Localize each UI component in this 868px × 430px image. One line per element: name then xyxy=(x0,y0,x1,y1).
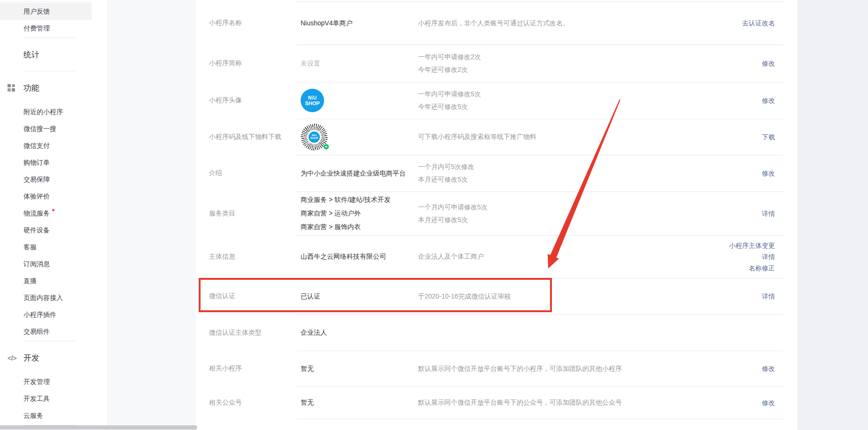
sidebar-item-label: 购物订单 xyxy=(23,159,50,166)
sidebar-item-订阅消息[interactable]: 订阅消息 xyxy=(0,255,92,272)
table-row-小程序头像: 小程序头像NiUSHOP一年内可申请修改5次今年还可修改5次修改 xyxy=(196,82,798,119)
row-actions: 修改 xyxy=(762,168,775,179)
row-label: 相关小程序 xyxy=(209,364,301,373)
row-value: 暂无 xyxy=(301,396,418,409)
row-value: NiUSHOP xyxy=(301,89,418,112)
sidebar-item-label: 交易组件 xyxy=(23,328,50,335)
row-description-line: 今年还可修改5次 xyxy=(418,100,752,113)
sidebar-item-label: 页面内容接入 xyxy=(23,294,63,301)
qr-center-logo: NiUSHOP xyxy=(308,131,321,144)
horizontal-scrollbar-thumb[interactable] xyxy=(0,425,197,430)
sidebar-item-交易保障[interactable]: 交易保障 xyxy=(0,171,92,188)
sidebar-item-label: 客服 xyxy=(23,243,37,251)
sidebar-item-客服[interactable]: 客服 xyxy=(0,238,92,255)
sidebar-item-label: 付费管理 xyxy=(23,24,50,32)
avatar-text: SHOP xyxy=(305,100,319,106)
sidebar-item-用户反馈[interactable]: 用户反馈 xyxy=(0,3,92,20)
action-link[interactable]: 详情 xyxy=(762,251,775,262)
row-label: 主体信息 xyxy=(209,253,301,261)
row-actions: 详情 xyxy=(762,208,775,219)
table-row-微信认证: 微信认证已认证于2020-10-16完成微信认证审核详情 xyxy=(196,278,798,315)
row-label: 服务类目 xyxy=(209,209,301,218)
sidebar-item-开发工具[interactable]: 开发工具 xyxy=(0,390,92,407)
sidebar-item-label: 体验评价 xyxy=(23,192,50,200)
row-value-line: 商家自营 > 服饰内衣 xyxy=(301,220,418,234)
action-link[interactable]: 下载 xyxy=(762,131,775,143)
row-value-text: 已认证 xyxy=(301,292,320,300)
row-description-line: 默认展示同个微信开放平台账号下的公众号，可添加团队的其他公众号 xyxy=(418,396,752,409)
row-actions: 去认证改名 xyxy=(742,17,775,29)
sidebar-item-微信搜一搜[interactable]: 微信搜一搜 xyxy=(0,120,92,137)
row-value: NiUSHOP xyxy=(301,123,418,151)
action-link[interactable]: 修改 xyxy=(762,397,775,408)
sidebar-item-云服务[interactable]: 云服务 xyxy=(0,407,92,424)
action-link[interactable]: 小程序主体变更 xyxy=(729,240,775,251)
sidebar-item-label: 云服务 xyxy=(23,412,43,419)
mini-program-code: NiUSHOP xyxy=(301,123,328,151)
sidebar-divider xyxy=(23,38,75,38)
action-link[interactable]: 详情 xyxy=(762,291,775,302)
table-row-相关公众号: 相关公众号暂无默认展示同个微信开放平台账号下的公众号，可添加团队的其他公众号修改 xyxy=(196,386,798,419)
row-actions: 修改 xyxy=(762,363,775,374)
sidebar-item-label: 功能 xyxy=(23,83,39,93)
notification-dot-icon xyxy=(52,209,54,211)
row-description-line: 可下载小程序码及搜索框等线下推广物料 xyxy=(418,131,752,143)
action-link[interactable]: 去认证改名 xyxy=(742,17,775,29)
row-description-line: 一年内可申请修改5次 xyxy=(418,88,752,100)
sidebar-item-开发管理[interactable]: 开发管理 xyxy=(0,373,92,390)
sidebar-item-微信支付[interactable]: 微信支付 xyxy=(0,137,92,154)
sidebar-item-体验评价[interactable]: 体验评价 xyxy=(0,188,92,205)
row-description: 一年内可申请修改2次今年还可修改2次 xyxy=(418,51,762,76)
action-link[interactable]: 修改 xyxy=(762,168,775,179)
sidebar-item-付费管理[interactable]: 付费管理 xyxy=(0,20,92,37)
row-description-line: 一个月内可5次修改 xyxy=(418,161,752,173)
right-margin-background xyxy=(798,0,868,430)
sidebar-item-交易组件[interactable]: 交易组件 xyxy=(0,323,92,340)
sidebar-item-直播[interactable]: 直播 xyxy=(0,272,92,289)
sidebar-divider xyxy=(23,71,75,71)
row-actions: 修改 xyxy=(762,58,775,69)
row-description: 默认展示同个微信开放平台账号下的小程序，可添加团队的其他小程序 xyxy=(418,362,762,375)
row-value: 商业服务 > 软件/建站/技术开发商家自营 > 运动户外商家自营 > 服饰内衣 xyxy=(301,193,418,234)
content-gap-background xyxy=(108,0,196,430)
sidebar-item-页面内容接入[interactable]: 页面内容接入 xyxy=(0,289,92,306)
row-description: 于2020-10-16完成微信认证审核 xyxy=(418,290,762,303)
row-description-line: 企业法人及个体工商户 xyxy=(418,250,720,263)
action-link[interactable]: 修改 xyxy=(762,363,775,374)
table-row-主体信息: 主体信息山西牛之云网络科技有限公司企业法人及个体工商户小程序主体变更详情名称修正 xyxy=(196,235,798,278)
qr-center-text: SHOP xyxy=(310,137,318,140)
action-link[interactable]: 详情 xyxy=(762,208,775,219)
sidebar-item-硬件设备[interactable]: 硬件设备 xyxy=(0,222,92,238)
row-label: 小程序头像 xyxy=(209,96,301,105)
action-link[interactable]: 修改 xyxy=(762,95,775,106)
grid-icon xyxy=(8,84,15,92)
sidebar-item-统计[interactable]: 统计 xyxy=(0,39,92,70)
sidebar-item-label: 交易保障 xyxy=(23,176,50,183)
sidebar-item-开发[interactable]: 开发 xyxy=(0,342,92,373)
row-value: 山西牛之云网络科技有限公司 xyxy=(301,250,418,263)
table-row-小程序简称: 小程序简称未设置一年内可申请修改2次今年还可修改2次修改 xyxy=(196,45,798,82)
row-value: NiushopV4单商户 xyxy=(301,16,418,30)
row-description-line: 今年还可修改2次 xyxy=(418,63,752,76)
sidebar-item-label: 微信搜一搜 xyxy=(23,125,56,132)
table-row-小程序码及线下物料下载: 小程序码及线下物料下载NiUSHOP可下载小程序码及搜索框等线下推广物料下载 xyxy=(196,119,798,155)
row-description: 可下载小程序码及搜索框等线下推广物料 xyxy=(418,131,762,143)
action-link[interactable]: 名称修正 xyxy=(749,262,775,274)
sidebar-item-购物订单[interactable]: 购物订单 xyxy=(0,154,92,171)
sidebar-item-物流服务[interactable]: 物流服务 xyxy=(0,205,92,222)
row-value: 暂无 xyxy=(301,362,418,376)
row-value: 未设置 xyxy=(301,57,418,70)
action-link[interactable]: 修改 xyxy=(762,58,775,69)
sidebar-item-附近的小程序[interactable]: 附近的小程序 xyxy=(0,103,92,120)
sidebar-item-功能[interactable]: 功能 xyxy=(0,72,92,103)
sidebar-item-小程序插件[interactable]: 小程序插件 xyxy=(0,306,92,323)
sidebar-item-label: 物流服务 xyxy=(23,209,50,217)
row-value-text: 未设置 xyxy=(301,60,320,67)
sidebar: 用户反馈付费管理统计功能附近的小程序微信搜一搜微信支付购物订单交易保障体验评价物… xyxy=(0,0,108,430)
settings-panel: 小程序名称NiushopV4单商户小程序发布后，非个人类账号可通过认证方式改名。… xyxy=(196,0,798,430)
sidebar-item-label: 直播 xyxy=(23,277,37,284)
row-actions: 修改 xyxy=(762,397,775,408)
row-description: 一年内可申请修改5次今年还可修改5次 xyxy=(418,88,762,113)
row-value-text: 企业法人 xyxy=(301,329,327,336)
row-value-text: 为中小企业快速搭建企业级电商平台 xyxy=(301,169,406,177)
